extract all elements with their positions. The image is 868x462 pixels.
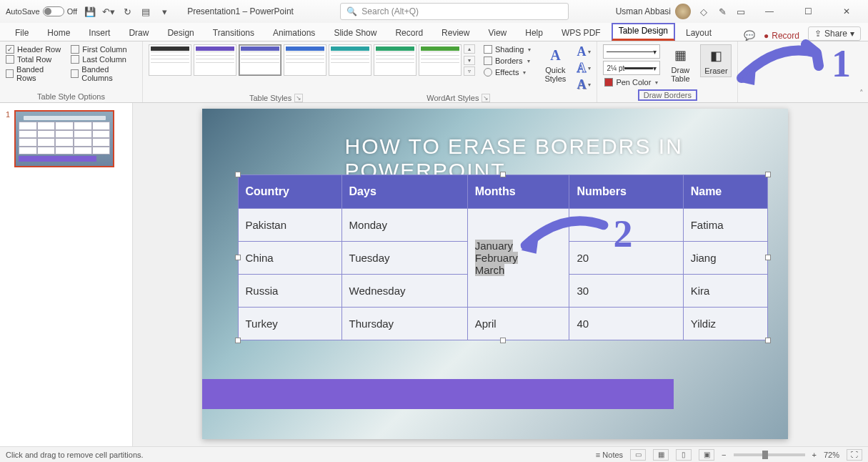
style-thumb-5[interactable] <box>329 44 371 76</box>
th-days[interactable]: Days <box>341 175 467 209</box>
qat-customize-icon[interactable]: ▾ <box>159 6 170 17</box>
borders-button[interactable]: Borders▾ <box>482 56 532 66</box>
group-label-draw-borders: Draw Borders <box>638 89 697 101</box>
shading-button[interactable]: Shading▾ <box>482 44 532 54</box>
table-style-gallery[interactable]: ▴▾▿ <box>149 44 475 76</box>
styles-launcher[interactable]: ↘ <box>294 94 303 102</box>
view-reading-icon[interactable]: ▯ <box>676 449 692 461</box>
chk-banded-columns[interactable]: Banded Columns <box>71 64 136 83</box>
autosave-state: Off <box>67 7 77 16</box>
fit-to-window-icon[interactable]: ⛶ <box>847 449 862 461</box>
slide-thumbnail-1[interactable]: 1 <box>6 110 126 167</box>
tab-help[interactable]: Help <box>517 24 551 41</box>
toggle-switch[interactable] <box>43 6 64 16</box>
search-placeholder: Search (Alt+Q) <box>361 6 419 16</box>
document-title: Presentation1 – PowerPoint <box>187 6 294 16</box>
zoom-in-button[interactable]: + <box>812 451 817 459</box>
style-thumb-3[interactable] <box>239 44 281 76</box>
record-button[interactable]: ● Record <box>758 31 805 41</box>
view-sorter-icon[interactable]: ▦ <box>653 449 669 461</box>
tab-wpspdf[interactable]: WPS PDF <box>554 24 609 41</box>
style-thumb-7[interactable] <box>419 44 462 76</box>
collapse-ribbon-icon[interactable]: ˄ <box>859 89 864 98</box>
slide[interactable]: HOW TO ERASE BOREDRS IN POWERPOINT Count… <box>202 109 788 439</box>
quick-styles-icon: A <box>546 46 564 64</box>
th-country[interactable]: Country <box>238 175 341 209</box>
maximize-button[interactable]: ☐ <box>792 1 824 22</box>
search-input[interactable]: 🔍 Search (Alt+Q) <box>340 3 569 20</box>
data-table[interactable]: Country Days Months Numbers Name Pakista… <box>238 175 768 340</box>
purple-shape[interactable] <box>202 379 674 409</box>
ribbon-display-icon[interactable]: ▭ <box>735 6 747 17</box>
present-icon[interactable]: ▤ <box>140 6 151 17</box>
share-button[interactable]: ⇪ Share ▾ <box>808 26 861 41</box>
group-label-style-options: Table Style Options <box>6 91 136 101</box>
tab-design[interactable]: Design <box>159 24 201 41</box>
search-icon: 🔍 <box>346 6 357 16</box>
effects-button[interactable]: Effects▾ <box>482 67 532 77</box>
tab-table-design[interactable]: Table Design <box>612 23 675 41</box>
tab-record[interactable]: Record <box>387 24 431 41</box>
th-numbers[interactable]: Numbers <box>569 175 683 209</box>
th-months[interactable]: Months <box>467 175 569 209</box>
slide-thumb-preview <box>14 110 114 167</box>
pen-weight-select[interactable]: 2¼ pt▾ <box>603 61 660 75</box>
minimize-button[interactable]: — <box>754 1 785 22</box>
pen-color-button[interactable]: Pen Color▾ <box>603 77 660 87</box>
chk-first-column[interactable]: First Column <box>71 44 136 54</box>
zoom-out-button[interactable]: − <box>722 451 726 459</box>
tab-home[interactable]: Home <box>39 24 78 41</box>
slide-canvas[interactable]: HOW TO ERASE BOREDRS IN POWERPOINT Count… <box>133 103 857 446</box>
undo-icon[interactable]: ↶▾ <box>103 6 114 17</box>
save-icon[interactable]: 💾 <box>84 6 96 17</box>
zoom-slider[interactable] <box>734 453 805 456</box>
comments-icon[interactable]: 💬 <box>744 29 755 41</box>
eraser-icon: ◧ <box>707 46 725 65</box>
style-thumb-4[interactable] <box>284 44 326 76</box>
chk-total-row[interactable]: Total Row <box>6 54 61 64</box>
zoom-level: 72% <box>824 451 839 459</box>
slide-thumb-number: 1 <box>6 110 10 167</box>
status-hint: Click and drag to remove cell partitions… <box>6 451 144 459</box>
view-slideshow-icon[interactable]: ▣ <box>699 449 714 461</box>
style-thumb-1[interactable] <box>149 44 191 76</box>
th-name[interactable]: Name <box>683 175 767 209</box>
tab-insert[interactable]: Insert <box>81 24 118 41</box>
draw-table-button[interactable]: ▦ Draw Table <box>664 44 696 84</box>
chk-header-row[interactable]: ✓Header Row <box>6 44 61 54</box>
chk-banded-rows[interactable]: Banded Rows <box>6 64 61 83</box>
text-fill-button[interactable]: A▾ <box>577 44 591 59</box>
style-thumb-2[interactable] <box>194 44 236 76</box>
table-row[interactable]: Turkey Thursday April 40 Yildiz <box>238 308 767 340</box>
autosave-toggle[interactable]: AutoSave Off <box>6 6 77 16</box>
tab-transitions[interactable]: Transitions <box>205 24 262 41</box>
slide-panel[interactable]: 1 <box>0 103 133 446</box>
wordart-launcher[interactable]: ↘ <box>482 94 490 102</box>
tab-layout[interactable]: Layout <box>678 24 719 41</box>
close-button[interactable]: ✕ <box>831 1 862 22</box>
tab-view[interactable]: View <box>480 24 514 41</box>
tab-slideshow[interactable]: Slide Show <box>326 24 384 41</box>
account-button[interactable]: Usman Abbasi <box>616 4 691 19</box>
view-normal-icon[interactable]: ▭ <box>630 449 646 461</box>
tab-file[interactable]: File <box>7 24 36 41</box>
text-outline-button[interactable]: A▾ <box>577 61 591 76</box>
quick-styles-button[interactable]: A Quick Styles <box>539 44 571 84</box>
gallery-scroll[interactable]: ▴▾▿ <box>464 44 475 76</box>
table-row[interactable]: Pakistan Monday JanuaryFebruaryMarch Fat… <box>238 209 767 242</box>
tab-animations[interactable]: Animations <box>265 24 323 41</box>
group-table-style-options: ✓Header Row Total Row Banded Rows First … <box>0 41 143 102</box>
style-thumb-6[interactable] <box>374 44 416 76</box>
diamond-icon[interactable]: ◇ <box>698 6 709 17</box>
pen-icon[interactable]: ✎ <box>717 6 728 17</box>
merged-months-cell[interactable]: JanuaryFebruaryMarch <box>467 209 569 308</box>
text-effects-button[interactable]: A▾ <box>577 77 591 92</box>
tab-review[interactable]: Review <box>434 24 477 41</box>
tab-draw[interactable]: Draw <box>121 24 156 41</box>
pen-style-select[interactable]: ▾ <box>603 44 660 59</box>
chk-last-column[interactable]: Last Column <box>71 54 136 64</box>
table-object[interactable]: Country Days Months Numbers Name Pakista… <box>238 175 768 340</box>
redo-icon[interactable]: ↻ <box>121 6 133 17</box>
notes-button[interactable]: ≡ Notes <box>596 451 623 459</box>
eraser-button[interactable]: ◧ Eraser <box>700 44 732 77</box>
